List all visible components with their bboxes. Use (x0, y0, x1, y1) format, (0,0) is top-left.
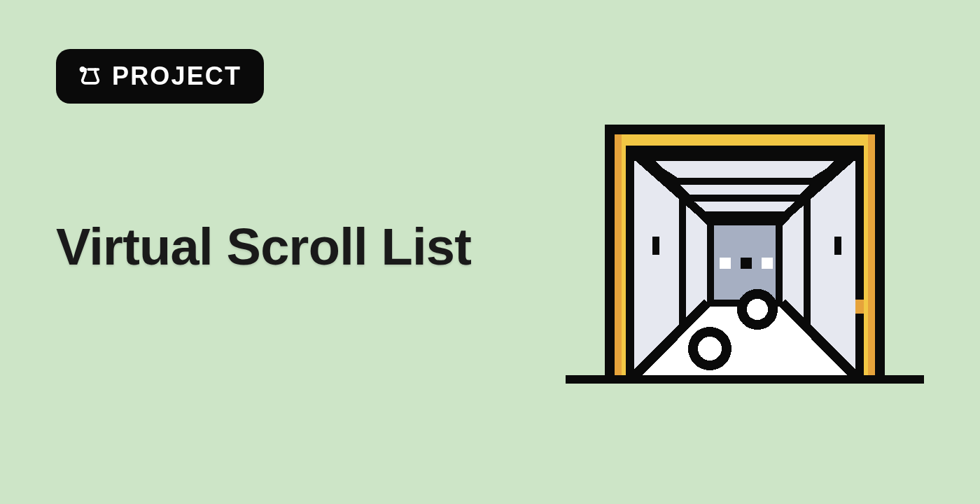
svg-rect-25 (671, 178, 819, 185)
svg-rect-29 (707, 218, 783, 225)
svg-rect-7 (868, 134, 875, 375)
svg-rect-1 (566, 375, 924, 384)
elevator-illustration (566, 125, 924, 386)
svg-rect-33 (741, 258, 752, 269)
svg-rect-11 (855, 146, 864, 375)
svg-rect-48 (855, 300, 864, 314)
svg-point-0 (80, 68, 84, 71)
svg-rect-5 (875, 125, 885, 375)
svg-rect-32 (720, 258, 731, 269)
svg-rect-24 (634, 154, 855, 161)
svg-point-50 (693, 332, 727, 365)
svg-rect-27 (700, 211, 790, 218)
svg-rect-26 (686, 195, 804, 202)
lab-flask-icon (78, 64, 102, 88)
svg-rect-30 (707, 218, 714, 302)
svg-point-49 (742, 294, 773, 325)
page-title: Virtual Scroll List (56, 217, 471, 276)
badge-label: PROJECT (112, 62, 241, 91)
svg-rect-34 (762, 258, 773, 269)
svg-rect-10 (626, 146, 634, 375)
svg-rect-6 (615, 134, 622, 375)
svg-rect-47 (834, 237, 841, 255)
svg-rect-3 (605, 125, 885, 134)
project-badge: PROJECT (56, 49, 264, 104)
svg-rect-31 (776, 218, 783, 302)
svg-rect-4 (605, 125, 615, 375)
svg-rect-9 (626, 146, 864, 154)
svg-rect-46 (652, 237, 659, 255)
